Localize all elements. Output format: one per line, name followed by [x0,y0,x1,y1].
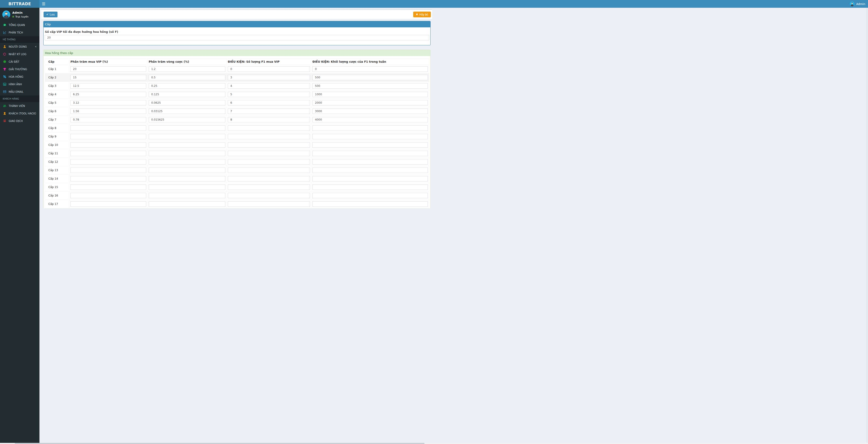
vip-percent-input[interactable] [70,100,146,105]
turnover-percent-input[interactable] [149,100,225,105]
vip-percent-input[interactable] [70,167,146,173]
f1-week-volume-input[interactable] [312,75,428,80]
f1-vip-count-input[interactable] [228,151,310,156]
row-label: Cấp 3 [45,82,69,90]
vip-percent-input[interactable] [70,66,146,72]
sidebar-item-mau-email[interactable]: MẪU EMAIL [0,88,39,95]
row-label: Cấp 9 [45,132,69,141]
vip-percent-input[interactable] [70,159,146,164]
table-row: Cấp 14 [45,175,429,183]
f1-vip-count-input[interactable] [228,176,310,182]
f1-vip-count-input[interactable] [228,83,310,89]
f1-vip-count-input[interactable] [228,193,310,198]
f1-vip-count-input[interactable] [228,184,310,190]
turnover-percent-input[interactable] [149,193,225,198]
sidebar-item-thanh-vien[interactable]: THÀNH VIÊN [0,102,39,109]
sidebar-item-tong-quan[interactable]: TỔNG QUAN [0,21,39,29]
cap-panel-body: Số cấp VIP tối đa được hưởng hoa hồng (s… [43,27,430,45]
turnover-percent-input[interactable] [149,142,225,148]
turnover-percent-input[interactable] [149,117,225,122]
brand-logo[interactable]: BITTRADE [0,0,39,8]
sidebar-item-giai-thuong[interactable]: GIẢI THƯỞNG [0,65,39,73]
f1-vip-count-input[interactable] [228,201,310,207]
f1-week-volume-input[interactable] [312,184,428,190]
vip-percent-input[interactable] [70,75,146,80]
f1-week-volume-input[interactable] [312,83,428,89]
table-row: Cấp 16 [45,191,429,200]
f1-vip-count-input[interactable] [228,100,310,105]
max-vip-level-input[interactable] [45,35,429,40]
sidebar-item-hoa-hong[interactable]: HOA HỒNG [0,73,39,81]
f1-vip-count-input[interactable] [228,92,310,97]
table-row: Cấp 9 [45,132,429,141]
vip-percent-input[interactable] [70,193,146,198]
turnover-percent-input[interactable] [149,75,225,80]
f1-vip-count-input[interactable] [228,66,310,72]
f1-week-volume-input[interactable] [312,108,428,114]
sidebar-item-giao-dich[interactable]: GIAO DỊCH [0,117,39,125]
row-label: Cấp 8 [45,124,69,132]
f1-week-volume-input[interactable] [312,125,428,131]
sidebar-item-khach-tool-hack[interactable]: KHÁCH (TOOL HACK) [0,109,39,117]
f1-vip-count-input[interactable] [228,108,310,114]
vip-percent-input[interactable] [70,125,146,131]
max-vip-level-label: Số cấp VIP tối đa được hưởng hoa hồng (s… [45,30,429,33]
f1-week-volume-input[interactable] [312,117,428,122]
turnover-percent-input[interactable] [149,108,225,114]
turnover-percent-input[interactable] [149,176,225,182]
f1-vip-count-input[interactable] [228,134,310,139]
f1-week-volume-input[interactable] [312,167,428,173]
cancel-button[interactable]: ✖ Hủy bỏ [413,12,431,17]
f1-week-volume-input[interactable] [312,92,428,97]
vip-percent-input[interactable] [70,184,146,190]
turnover-percent-input[interactable] [149,167,225,173]
sidebar-item-nhat-ky-log[interactable]: NHẬT KÝ LOG [0,51,39,58]
turnover-percent-input[interactable] [149,184,225,190]
table-row: Cấp 6 [45,107,429,116]
turnover-percent-input[interactable] [149,134,225,139]
turnover-percent-input[interactable] [149,151,225,156]
f1-week-volume-input[interactable] [312,66,428,72]
vip-percent-input[interactable] [70,134,146,139]
vip-percent-input[interactable] [70,142,146,148]
turnover-percent-input[interactable] [149,83,225,89]
sidebar-item-hinh-anh[interactable]: HÌNH ẢNH [0,81,39,88]
sidebar-item-nguoi-dung[interactable]: NGƯỜI DÙNG< [0,43,39,51]
vip-percent-input[interactable] [70,117,146,122]
turnover-percent-input[interactable] [149,201,225,207]
f1-vip-count-input[interactable] [228,117,310,122]
vip-percent-input[interactable] [70,176,146,182]
f1-week-volume-input[interactable] [312,134,428,139]
turnover-percent-input[interactable] [149,92,225,97]
vip-percent-input[interactable] [70,151,146,156]
vip-percent-input[interactable] [70,83,146,89]
sidebar-item-cai-dat[interactable]: CÀI ĐẶT [0,58,39,65]
f1-week-volume-input[interactable] [312,151,428,156]
f1-vip-count-input[interactable] [228,167,310,173]
sidebar-item-phan-tich[interactable]: PHÂN TÍCH [0,29,39,36]
turnover-percent-input[interactable] [149,66,225,72]
row-label: Cấp 13 [45,166,69,175]
table-row: Cấp 8 [45,124,429,132]
save-button[interactable]: ✔ Lưu [43,12,58,17]
sidebar-item-label: TỔNG QUAN [9,24,25,27]
turnover-percent-input[interactable] [149,125,225,131]
column-header: Phần trăm vòng cược (%) [148,59,227,65]
f1-week-volume-input[interactable] [312,142,428,148]
commission-table: CấpPhần trăm mua VIP (%)Phần trăm vòng c… [45,58,429,208]
f1-vip-count-input[interactable] [228,159,310,164]
vip-percent-input[interactable] [70,108,146,114]
f1-week-volume-input[interactable] [312,100,428,105]
f1-week-volume-input[interactable] [312,201,428,207]
f1-vip-count-input[interactable] [228,75,310,80]
turnover-percent-input[interactable] [149,159,225,164]
gear-icon [3,60,6,64]
vip-percent-input[interactable] [70,92,146,97]
f1-week-volume-input[interactable] [312,176,428,182]
f1-week-volume-input[interactable] [312,159,428,164]
f1-vip-count-input[interactable] [228,125,310,131]
f1-week-volume-input[interactable] [312,193,428,198]
f1-vip-count-input[interactable] [228,142,310,148]
vip-percent-input[interactable] [70,201,146,207]
sidebar-toggle-icon[interactable] [42,2,45,5]
